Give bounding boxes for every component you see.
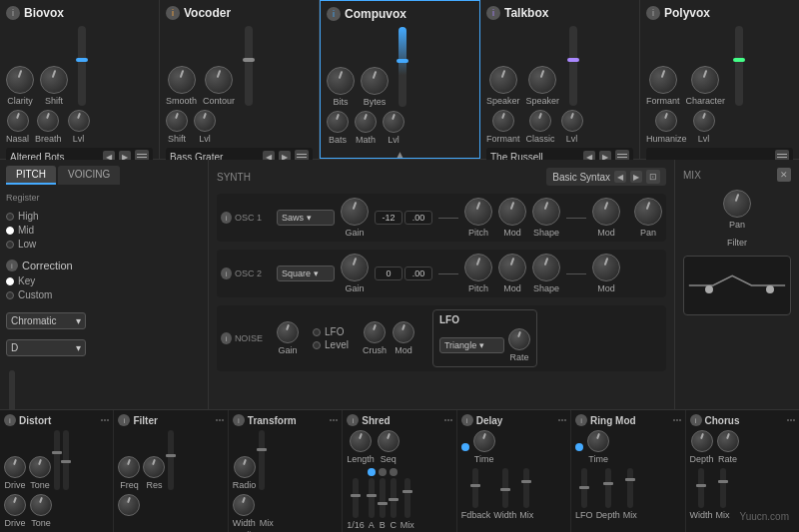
chorus-depth-knob[interactable] bbox=[691, 430, 713, 452]
shred-1-16-slider[interactable] bbox=[353, 478, 359, 518]
shred-seq-knob[interactable] bbox=[378, 430, 400, 452]
smooth-knob[interactable] bbox=[168, 66, 196, 94]
ringmod-info-icon[interactable]: i bbox=[575, 414, 587, 426]
character-knob[interactable] bbox=[691, 66, 719, 94]
noise-gain-knob[interactable] bbox=[277, 321, 299, 343]
osc1-pitch-cent[interactable]: .00 bbox=[404, 211, 432, 225]
ringmod-depth-slider[interactable] bbox=[605, 468, 611, 508]
filter-info-icon[interactable]: i bbox=[118, 414, 130, 426]
chorus-width-slider[interactable] bbox=[698, 468, 704, 508]
key-item[interactable]: Key bbox=[6, 275, 96, 286]
osc1-pan-knob[interactable] bbox=[634, 198, 662, 226]
mix-pan-knob[interactable] bbox=[723, 190, 751, 218]
filter-menu[interactable] bbox=[216, 419, 224, 421]
register-mid-item[interactable]: Mid bbox=[6, 225, 96, 236]
osc2-shape-knob[interactable] bbox=[532, 254, 560, 281]
bits-knob[interactable] bbox=[327, 67, 355, 95]
osc2-pitch-knob[interactable] bbox=[464, 254, 492, 281]
register-high-radio[interactable] bbox=[6, 213, 14, 221]
synth-save-icon[interactable]: ⊡ bbox=[646, 170, 660, 184]
noise-info-icon[interactable]: i bbox=[221, 332, 232, 344]
speaker2-knob[interactable] bbox=[528, 66, 556, 94]
osc2-waveform-dropdown[interactable]: Square ▾ bbox=[277, 266, 335, 281]
filter-res-knob[interactable] bbox=[143, 456, 165, 478]
distort-info-icon[interactable]: i bbox=[4, 414, 16, 426]
osc2-gain-knob[interactable] bbox=[341, 254, 369, 281]
osc1-shapemod-knob[interactable] bbox=[592, 198, 620, 226]
shred-a-slider[interactable] bbox=[369, 478, 375, 518]
formant-knob[interactable] bbox=[492, 110, 514, 132]
synth-next-btn[interactable]: ▶ bbox=[630, 171, 642, 183]
distort-drive2-knob[interactable] bbox=[4, 494, 26, 516]
osc1-gain-knob[interactable] bbox=[341, 198, 369, 226]
talkbox-info-icon[interactable]: i bbox=[486, 6, 500, 20]
chorus-mix-slider[interactable] bbox=[720, 468, 726, 508]
delay-menu[interactable] bbox=[558, 419, 566, 421]
osc2-pitch-semitone[interactable]: 0 bbox=[375, 266, 402, 280]
synth-prev-btn[interactable]: ◀ bbox=[614, 171, 626, 183]
delay-mix-slider[interactable] bbox=[523, 468, 529, 508]
classic-knob[interactable] bbox=[529, 110, 551, 132]
osc2-shapemod-knob[interactable] bbox=[592, 254, 620, 281]
noise-mod-knob[interactable] bbox=[393, 321, 414, 343]
distort-tone2-knob[interactable] bbox=[30, 494, 52, 516]
osc2-info-icon[interactable]: i bbox=[221, 267, 232, 279]
transform-info-icon[interactable]: i bbox=[233, 414, 245, 426]
biovox-info-icon[interactable]: i bbox=[6, 6, 20, 20]
clarity-knob[interactable] bbox=[6, 66, 34, 94]
polyvox-info-icon[interactable]: i bbox=[646, 6, 660, 20]
vocoder-slider[interactable] bbox=[245, 26, 253, 106]
noise-crush-knob[interactable] bbox=[364, 321, 386, 343]
custom-item[interactable]: Custom bbox=[6, 289, 96, 300]
distort-tone-slider[interactable] bbox=[63, 430, 69, 490]
lfo-rate-knob[interactable] bbox=[508, 328, 530, 350]
delay-fdback-slider[interactable] bbox=[472, 468, 478, 508]
shred-length-knob[interactable] bbox=[350, 430, 372, 452]
vocoder-shift-knob[interactable] bbox=[166, 110, 188, 132]
ringmod-menu[interactable] bbox=[673, 419, 681, 421]
compuvox-info-icon[interactable]: i bbox=[327, 7, 341, 21]
transform-radio-knob[interactable] bbox=[234, 456, 256, 478]
distort-drive-knob[interactable] bbox=[4, 456, 26, 478]
biovox-lvl-knob[interactable] bbox=[68, 110, 90, 132]
shred-info-icon[interactable]: i bbox=[347, 414, 359, 426]
chorus-rate-knob[interactable] bbox=[717, 430, 739, 452]
distort-tone-knob[interactable] bbox=[29, 456, 51, 478]
distort-menu[interactable] bbox=[101, 419, 109, 421]
transform-menu[interactable] bbox=[330, 419, 338, 421]
nasal-knob[interactable] bbox=[7, 110, 29, 132]
osc2-mod-knob[interactable] bbox=[498, 254, 526, 281]
biovox-slider[interactable] bbox=[78, 26, 86, 106]
osc1-waveform-dropdown[interactable]: Saws ▾ bbox=[277, 210, 335, 226]
expand-arrow-icon[interactable]: ▲ bbox=[391, 149, 410, 159]
key-radio[interactable] bbox=[6, 277, 14, 285]
transform-mix-slider[interactable] bbox=[259, 430, 265, 490]
filter-freq-slider[interactable] bbox=[168, 430, 174, 490]
custom-radio[interactable] bbox=[6, 291, 14, 299]
shift-knob[interactable] bbox=[40, 66, 68, 94]
osc2-pitch-cent[interactable]: .00 bbox=[404, 266, 432, 280]
compuvox-lvl-knob[interactable] bbox=[383, 111, 404, 133]
distort-drive-slider[interactable] bbox=[54, 430, 60, 490]
filter-freq-knob[interactable] bbox=[118, 456, 140, 478]
transform-width-knob[interactable] bbox=[233, 494, 255, 516]
vocoder-info-icon[interactable]: i bbox=[166, 6, 180, 20]
delay-width-slider[interactable] bbox=[502, 468, 508, 508]
register-low-radio[interactable] bbox=[6, 241, 14, 249]
bytes-knob[interactable] bbox=[361, 67, 389, 95]
ringmod-mix-slider[interactable] bbox=[627, 468, 633, 508]
tab-pitch[interactable]: PITCH bbox=[6, 166, 56, 185]
lfo-option[interactable]: LFO bbox=[313, 326, 349, 337]
d-dropdown[interactable]: D ▾ bbox=[6, 339, 86, 356]
shred-menu[interactable] bbox=[444, 419, 452, 421]
compuvox-slider[interactable] bbox=[399, 27, 406, 107]
delay-time-knob[interactable] bbox=[473, 430, 495, 452]
humanize-knob[interactable] bbox=[655, 110, 677, 132]
level-option[interactable]: Level bbox=[313, 339, 349, 350]
vocoder-lvl-knob[interactable] bbox=[194, 110, 216, 132]
tab-voicing[interactable]: VOICING bbox=[58, 166, 120, 185]
bats-knob[interactable] bbox=[327, 111, 349, 133]
register-mid-radio[interactable] bbox=[6, 227, 14, 235]
shred-c-slider[interactable] bbox=[391, 478, 397, 518]
talkbox-slider[interactable] bbox=[569, 26, 577, 106]
